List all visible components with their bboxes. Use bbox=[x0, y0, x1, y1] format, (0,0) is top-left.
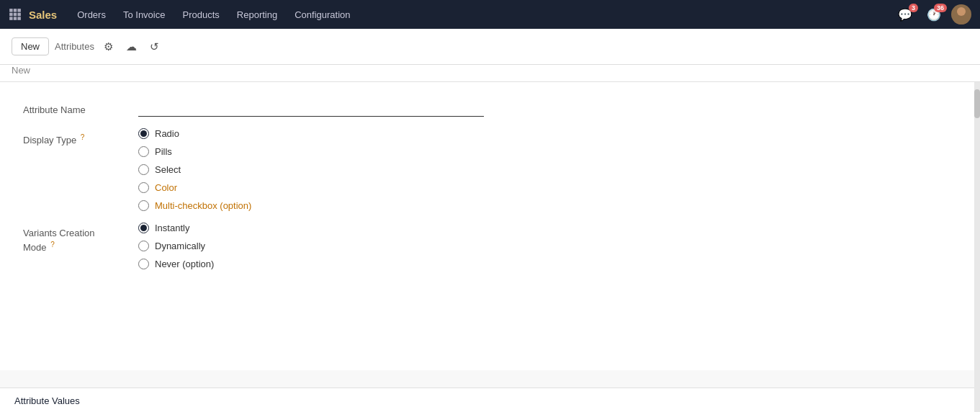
undo-icon-btn[interactable]: ↺ bbox=[146, 38, 163, 55]
main-content: Attribute Name Display Type ? Radio bbox=[0, 82, 980, 412]
instantly-radio-option[interactable]: Instantly bbox=[138, 223, 957, 233]
multi-checkbox-radio-label: Multi-checkbox (option) bbox=[155, 200, 251, 211]
settings-icon-btn[interactable]: ⚙ bbox=[100, 38, 117, 55]
user-avatar[interactable] bbox=[951, 4, 971, 24]
multi-checkbox-radio-input[interactable] bbox=[138, 200, 149, 211]
svg-rect-6 bbox=[9, 17, 13, 20]
dynamically-radio-label: Dynamically bbox=[155, 241, 205, 251]
menu-products[interactable]: Products bbox=[175, 5, 226, 24]
tab-attribute-values[interactable]: Attribute Values bbox=[0, 388, 94, 412]
attribute-name-value bbox=[138, 99, 957, 117]
color-radio-label: Color bbox=[155, 182, 177, 193]
display-type-field-row: Display Type ? Radio Pills Select bbox=[23, 128, 957, 211]
tabs-section: Attribute Values Value Is cus... Default… bbox=[0, 388, 980, 412]
color-radio-option[interactable]: Color bbox=[138, 182, 957, 193]
breadcrumb-parent[interactable]: Attributes bbox=[55, 41, 94, 52]
never-radio-input[interactable] bbox=[138, 259, 149, 269]
pills-radio-option[interactable]: Pills bbox=[138, 146, 957, 157]
svg-rect-2 bbox=[17, 9, 21, 12]
attribute-name-input[interactable] bbox=[138, 99, 484, 117]
pills-radio-input[interactable] bbox=[138, 146, 149, 157]
instantly-radio-label: Instantly bbox=[155, 223, 189, 233]
topnav-icons: 💬3 🕐36 bbox=[894, 4, 971, 24]
top-menu: Orders To Invoice Products Reporting Con… bbox=[70, 5, 357, 24]
activity-badge: 36 bbox=[934, 4, 947, 12]
never-radio-option[interactable]: Never (option) bbox=[138, 259, 957, 269]
chat-icon-btn[interactable]: 💬3 bbox=[894, 5, 917, 24]
svg-rect-7 bbox=[14, 17, 17, 20]
variants-radio-group: Instantly Dynamically Never (option) bbox=[138, 223, 957, 269]
menu-orders[interactable]: Orders bbox=[70, 5, 113, 24]
scrollbar[interactable] bbox=[974, 82, 980, 412]
display-type-help-icon: ? bbox=[81, 133, 85, 141]
dynamically-radio-input[interactable] bbox=[138, 241, 149, 251]
variants-creation-field-row: Variants Creation Mode ? Instantly Dynam… bbox=[23, 223, 957, 269]
svg-rect-8 bbox=[17, 17, 21, 20]
breadcrumb-new-label: New bbox=[12, 65, 30, 76]
variants-creation-label: Variants Creation Mode ? bbox=[23, 223, 138, 255]
menu-reporting[interactable]: Reporting bbox=[230, 5, 284, 24]
svg-point-10 bbox=[954, 17, 968, 24]
scroll-thumb bbox=[974, 89, 980, 118]
radio-radio-input[interactable] bbox=[138, 128, 149, 139]
select-radio-input[interactable] bbox=[138, 164, 149, 175]
apps-menu-icon[interactable] bbox=[9, 8, 22, 21]
new-button[interactable]: New bbox=[12, 37, 49, 55]
menu-configuration[interactable]: Configuration bbox=[287, 5, 357, 24]
chat-badge: 3 bbox=[909, 4, 918, 12]
display-type-label: Display Type ? bbox=[23, 128, 138, 148]
svg-rect-1 bbox=[14, 9, 17, 12]
variants-creation-value: Instantly Dynamically Never (option) bbox=[138, 223, 957, 269]
display-type-value: Radio Pills Select Color bbox=[138, 128, 957, 211]
radio-radio-option[interactable]: Radio bbox=[138, 128, 957, 139]
attribute-name-field-row: Attribute Name bbox=[23, 99, 957, 117]
svg-rect-0 bbox=[9, 9, 13, 12]
top-navigation: Sales Orders To Invoice Products Reporti… bbox=[0, 0, 980, 29]
form-card: Attribute Name Display Type ? Radio bbox=[0, 82, 980, 370]
pills-radio-label: Pills bbox=[155, 146, 172, 157]
svg-point-9 bbox=[957, 7, 966, 16]
toolbar: New Attributes ⚙ ☁ ↺ bbox=[0, 29, 980, 65]
never-radio-label: Never (option) bbox=[155, 259, 214, 269]
color-radio-input[interactable] bbox=[138, 182, 149, 193]
multi-checkbox-radio-option[interactable]: Multi-checkbox (option) bbox=[138, 200, 957, 211]
svg-rect-4 bbox=[14, 13, 17, 17]
select-radio-option[interactable]: Select bbox=[138, 164, 957, 175]
instantly-radio-input[interactable] bbox=[138, 223, 149, 233]
svg-rect-3 bbox=[9, 13, 13, 17]
variants-help-icon: ? bbox=[50, 241, 55, 248]
select-radio-label: Select bbox=[155, 164, 181, 175]
tabs-bar: Attribute Values bbox=[0, 388, 980, 412]
cloud-save-icon-btn[interactable]: ☁ bbox=[122, 38, 140, 55]
activity-icon-btn[interactable]: 🕐36 bbox=[922, 5, 945, 24]
svg-rect-5 bbox=[17, 13, 21, 17]
attribute-name-label: Attribute Name bbox=[23, 99, 138, 117]
app-brand-label: Sales bbox=[29, 9, 57, 21]
dynamically-radio-option[interactable]: Dynamically bbox=[138, 241, 957, 251]
radio-radio-label: Radio bbox=[155, 128, 179, 139]
display-type-radio-group: Radio Pills Select Color bbox=[138, 128, 957, 211]
menu-to-invoice[interactable]: To Invoice bbox=[116, 5, 173, 24]
